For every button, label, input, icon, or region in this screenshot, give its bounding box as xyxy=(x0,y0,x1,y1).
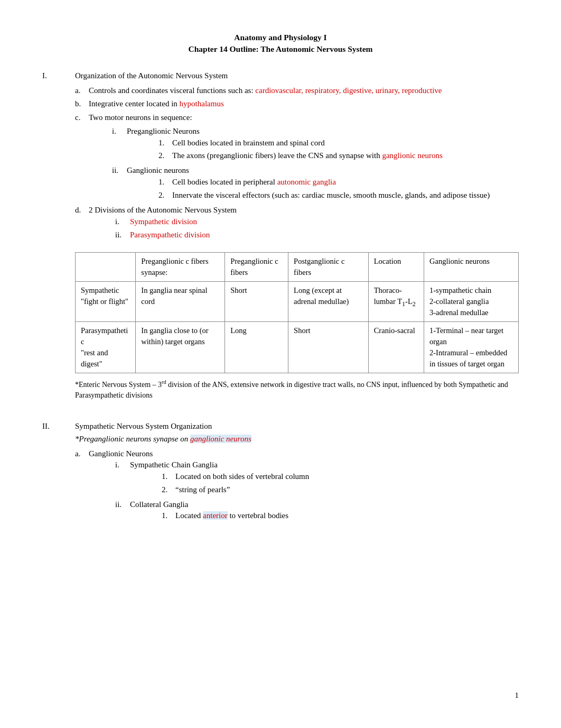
item-d: d. 2 Divisions of the Autonomic Nervous … xyxy=(75,205,519,242)
num-i-2-text: The axons (preganglionic fibers) leave t… xyxy=(172,150,443,162)
label-a: a. xyxy=(75,85,85,97)
roman-sub-i: i. Preganglionic Neurons 1. Cell bodies … xyxy=(112,126,519,163)
td-para-3: Short xyxy=(288,321,369,373)
num-ii-2-text: Innervate the visceral effectors (such a… xyxy=(172,190,490,201)
item-b: b. Integrative center located in hypotha… xyxy=(75,98,519,110)
collateral-1: 1. Located anterior to vertebral bodies xyxy=(162,510,288,522)
section-i-title: Organization of the Autonomic Nervous Sy… xyxy=(75,70,519,82)
ganglionic-neurons-label: Ganglionic Neurons xyxy=(89,449,153,458)
chain-1: 1. Located on both sides of vertebral co… xyxy=(162,471,309,483)
chain-2: 2. “string of pearls” xyxy=(162,484,309,496)
numbered-i: 1. Cell bodies located in brainstem and … xyxy=(143,137,443,162)
roman-i-text: Preganglionic Neurons xyxy=(127,127,200,135)
numbered-ii: 1. Cell bodies located in peripheral aut… xyxy=(143,177,490,201)
th-1: Preganglionic c fibers synapse: xyxy=(136,252,225,281)
section-ii: II. Sympathetic Nervous System Organizat… xyxy=(42,421,519,527)
collateral-ganglia-label: Collateral Ganglia xyxy=(130,500,188,509)
section-i: I. Organization of the Autonomic Nervous… xyxy=(42,70,519,411)
item-b-text: Integrative center located in hypothalam… xyxy=(89,98,224,110)
td-sym-1: In ganglia near spinal cord xyxy=(136,281,225,321)
chain-ganglia: i. Sympathetic Chain Ganglia 1. Located … xyxy=(115,459,309,497)
red-anterior: anterior xyxy=(203,511,228,520)
parasympathetic-division: Parasympathetic division xyxy=(130,229,210,241)
red-text-b: hypothalamus xyxy=(180,99,224,108)
roman-i-content: Preganglionic Neurons 1. Cell bodies loc… xyxy=(127,126,443,163)
collateral-ganglia-content: Collateral Ganglia 1. Located anterior t… xyxy=(130,499,288,524)
main-content: I. Organization of the Autonomic Nervous… xyxy=(42,70,519,527)
td-para-4: Cranio-sacral xyxy=(368,321,424,373)
item-d-content: 2 Divisions of the Autonomic Nervous Sys… xyxy=(89,205,237,242)
td-sym-5: 1-sympathetic chain2-collateral ganglia3… xyxy=(424,281,519,321)
roman-numeral-1: I. xyxy=(42,70,59,411)
red-autonomic: autonomic ganglia xyxy=(277,178,336,186)
ganglionic-sub: i. Sympathetic Chain Ganglia 1. Located … xyxy=(99,459,309,523)
roman-ii-content: Ganglionic neurons 1. Cell bodies locate… xyxy=(127,165,490,202)
red-ganglionic-neurons: ganglionic neurons xyxy=(190,435,251,443)
page-header: Anatomy and Physiology I Chapter 14 Outl… xyxy=(42,32,519,56)
sympathetic-division: Sympathetic division xyxy=(130,216,197,228)
th-4: Location xyxy=(368,252,424,281)
num-ii-1-text: Cell bodies located in peripheral autono… xyxy=(172,177,336,188)
td-para-5: 1-Terminal – near target organ2-Intramur… xyxy=(424,321,519,373)
enteric-note: *Enteric Nervous System – 3rd division o… xyxy=(75,379,519,401)
td-para-2: Long xyxy=(225,321,288,373)
label-d: d. xyxy=(75,205,85,242)
th-5: Ganglionic neurons xyxy=(424,252,519,281)
red-ganglionic: ganglionic neurons xyxy=(382,151,443,160)
th-0 xyxy=(76,252,136,281)
item-c-text: Two motor neurons in sequence: xyxy=(89,112,192,124)
table-header-row: Preganglionic c fibers synapse: Pregangl… xyxy=(76,252,519,281)
td-sym-3: Long (except at adrenal medullae) xyxy=(288,281,369,321)
roman-numeral-2: II. xyxy=(42,421,59,527)
roman-sub-ii: ii. Ganglionic neurons 1. Cell bodies lo… xyxy=(112,165,519,202)
division-i: i. Sympathetic division xyxy=(115,216,237,228)
division-ii: ii. Parasympathetic division xyxy=(115,229,237,241)
label-c: c. xyxy=(75,112,85,124)
table-row-sympathetic: Sympathetic"fight or flight" In ganglia … xyxy=(76,281,519,321)
item-a-text: Controls and coordinates visceral functi… xyxy=(89,85,442,97)
section-ii-title: Sympathetic Nervous System Organization xyxy=(75,421,519,432)
alpha-list-i: a. Controls and coordinates visceral fun… xyxy=(75,85,519,124)
td-sym-2: Short xyxy=(225,281,288,321)
roman-sub-c: i. Preganglionic Neurons 1. Cell bodies … xyxy=(96,126,519,203)
alpha-list-d: d. 2 Divisions of the Autonomic Nervous … xyxy=(75,205,519,242)
th-2: Preganglionic c fibers xyxy=(225,252,288,281)
td-para-1: In ganglia close to (or within) target o… xyxy=(136,321,225,373)
section-ii-body: Sympathetic Nervous System Organization … xyxy=(75,421,519,527)
td-sym-0: Sympathetic"fight or flight" xyxy=(76,281,136,321)
th-3: Postganglionic c fibers xyxy=(288,252,369,281)
divisions-list: i. Sympathetic division ii. Parasympathe… xyxy=(99,216,237,241)
title-line2: Chapter 14 Outline: The Autonomic Nervou… xyxy=(42,43,519,55)
collateral-numbered: 1. Located anterior to vertebral bodies xyxy=(146,510,288,522)
collateral-1-text: Located anterior to vertebral bodies xyxy=(175,510,288,522)
section-ii-subtitle: *Preganglionic neurons synapse on gangli… xyxy=(75,434,519,445)
td-sym-4: Thoraco-lumbar T1-L2 xyxy=(368,281,424,321)
item-c: c. Two motor neurons in sequence: xyxy=(75,112,519,124)
comparison-table: Preganglionic c fibers synapse: Pregangl… xyxy=(75,252,519,373)
table-row-parasympathetic: Parasympatheti c"rest and digest" In gan… xyxy=(76,321,519,373)
red-text-a: cardiovascular, respiratory, digestive, … xyxy=(255,86,442,95)
td-para-0: Parasympatheti c"rest and digest" xyxy=(76,321,136,373)
item-ii-a-content: Ganglionic Neurons i. Sympathetic Chain … xyxy=(89,448,309,526)
roman-ii-label: ii. xyxy=(112,165,123,202)
chain-numbered: 1. Located on both sides of vertebral co… xyxy=(146,471,309,496)
item-a: a. Controls and coordinates visceral fun… xyxy=(75,85,519,97)
title-line1: Anatomy and Physiology I xyxy=(42,32,519,43)
item-d-text: 2 Divisions of the Autonomic Nervous Sys… xyxy=(89,206,237,214)
roman-i-label: i. xyxy=(112,126,123,163)
label-b: b. xyxy=(75,98,85,110)
collateral-ganglia: ii. Collateral Ganglia 1. Located anteri… xyxy=(115,499,309,524)
section-ii-alpha: a. Ganglionic Neurons i. Sympathetic Cha… xyxy=(75,448,519,526)
section-i-body: Organization of the Autonomic Nervous Sy… xyxy=(75,70,519,411)
num-i-1: 1. Cell bodies located in brainstem and … xyxy=(158,137,443,149)
roman-ii-text: Ganglionic neurons xyxy=(127,166,189,174)
num-ii-1: 1. Cell bodies located in peripheral aut… xyxy=(158,177,490,188)
chain-ganglia-content: Sympathetic Chain Ganglia 1. Located on … xyxy=(130,459,309,497)
chain-ganglia-label: Sympathetic Chain Ganglia xyxy=(130,460,218,469)
num-i-1-text: Cell bodies located in brainstem and spi… xyxy=(172,137,325,149)
page-number: 1 xyxy=(515,690,519,702)
item-ii-a: a. Ganglionic Neurons i. Sympathetic Cha… xyxy=(75,448,519,526)
num-ii-2: 2. Innervate the visceral effectors (suc… xyxy=(158,190,490,201)
num-i-2: 2. The axons (preganglionic fibers) leav… xyxy=(158,150,443,162)
